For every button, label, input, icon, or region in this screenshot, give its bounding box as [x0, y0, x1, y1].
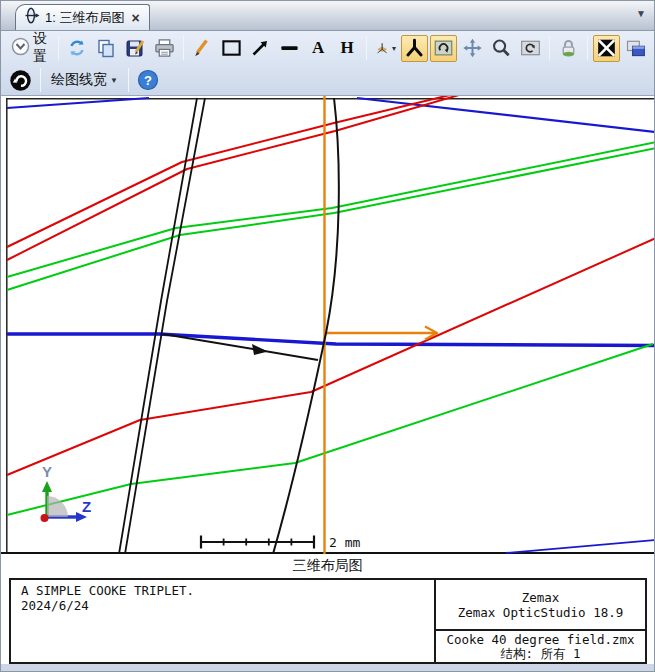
- undo-box-icon: [520, 37, 541, 59]
- copy-button[interactable]: [93, 35, 120, 62]
- help-glyph: ?: [144, 73, 152, 88]
- line-icon: [279, 38, 300, 58]
- refresh-button[interactable]: [64, 35, 91, 62]
- ray-red-lower: [7, 238, 655, 475]
- tab-close-icon[interactable]: ×: [129, 11, 141, 25]
- product-text: Zemax OpticStudio 18.9: [458, 605, 624, 620]
- line-width-caret-icon: ▼: [110, 76, 118, 85]
- line-width-label: 绘图线宽: [51, 71, 107, 89]
- info-file-cell: Cooke 40 degree field.zmx 结构: 所有 1: [436, 631, 645, 662]
- save-button[interactable]: [122, 35, 149, 62]
- help-button[interactable]: ?: [134, 67, 162, 94]
- tab-overflow-caret-icon[interactable]: ▼: [636, 8, 646, 19]
- ray-red-upper-2: [7, 96, 459, 260]
- separator: [549, 36, 550, 60]
- triad-quarter-disc: [47, 496, 68, 517]
- separator: [128, 68, 129, 92]
- config-text: 结构: 所有 1: [500, 647, 580, 661]
- draw-line-tool-button[interactable]: [189, 35, 216, 62]
- separator: [58, 36, 59, 60]
- lens1-surface-line-2: [125, 98, 205, 554]
- tab-title: 1: 三维布局图: [45, 9, 124, 27]
- toolbar: 设置: [1, 31, 654, 96]
- lens1-surface-line-1: [119, 98, 197, 554]
- pan-button[interactable]: [459, 35, 486, 62]
- triad-origin-dot: [41, 514, 49, 522]
- height-tool-icon: H: [341, 38, 354, 58]
- window-bottom-strip: [1, 664, 654, 672]
- fill-frame-button[interactable]: [593, 35, 620, 62]
- print-button[interactable]: [151, 35, 178, 62]
- triad-z-label: Z: [82, 498, 91, 515]
- separator: [183, 36, 184, 60]
- rotate-3d-button[interactable]: [401, 35, 428, 62]
- toolbar-row-2: 绘图线宽 ▼ ?: [1, 65, 654, 95]
- lens-layout-icon: [25, 7, 40, 28]
- axis-dropdown-caret-icon: ▾: [392, 44, 396, 53]
- settings-label: 设置: [33, 30, 48, 66]
- zoom-button[interactable]: [488, 35, 515, 62]
- draw-text-tool-button[interactable]: A: [305, 35, 332, 62]
- separator: [587, 36, 588, 60]
- info-panel: A SIMPLE COOKE TRIPLET. 2024/6/24 Zemax …: [9, 578, 647, 664]
- lens-title-text: A SIMPLE COOKE TRIPLET.: [21, 583, 424, 598]
- draw-arrow-tool-button[interactable]: [247, 35, 274, 62]
- text-tool-icon: A: [312, 38, 324, 58]
- copy-icon: [96, 38, 116, 58]
- new-window-button[interactable]: [622, 35, 649, 62]
- lens2-surface-curve: [273, 98, 339, 554]
- rotate-3d-icon: [404, 36, 425, 60]
- invert-circle-icon: [9, 69, 32, 92]
- ray-green-upper-1: [7, 142, 655, 277]
- info-left-cell: A SIMPLE COOKE TRIPLET. 2024/6/24: [11, 580, 436, 662]
- brand-text: Zemax: [522, 590, 560, 605]
- ray-blue-top-right: [357, 98, 655, 132]
- layout-svg[interactable]: 2 mmYZ: [1, 96, 655, 554]
- pan-icon: [462, 36, 483, 60]
- separator: [366, 36, 367, 60]
- lock-window-button[interactable]: [555, 35, 582, 62]
- refresh-icon: [67, 38, 87, 58]
- triad-y-label: Y: [42, 463, 52, 480]
- info-brand-cell: Zemax Zemax OpticStudio 18.9: [436, 580, 645, 631]
- measure-tool-button[interactable]: H: [334, 35, 361, 62]
- invert-background-button[interactable]: [6, 67, 35, 94]
- axis-3d-icon: [375, 38, 389, 58]
- black-arrow-head: [252, 344, 268, 355]
- rotate-view-button[interactable]: [430, 35, 457, 62]
- scale-bar-label: 2 mm: [329, 535, 360, 550]
- print-icon: [154, 38, 175, 58]
- arrow-icon: [250, 38, 270, 58]
- rectangle-icon: [221, 38, 242, 58]
- windows-icon: [625, 37, 646, 59]
- filename-text: Cooke 40 degree field.zmx: [446, 633, 634, 647]
- triad-y-arrowhead: [42, 481, 52, 492]
- save-icon: [125, 38, 146, 59]
- fit-window-icon: [596, 36, 617, 60]
- info-right-column: Zemax Zemax OpticStudio 18.9 Cooke 40 de…: [436, 580, 645, 662]
- ray-blue-axis: [7, 334, 655, 346]
- settings-button[interactable]: 设置: [6, 35, 53, 62]
- orientation-indicator-button[interactable]: ▾: [372, 35, 399, 62]
- draw-thick-line-tool-button[interactable]: [276, 35, 303, 62]
- tab-3d-layout[interactable]: 1: 三维布局图 ×: [15, 4, 150, 30]
- plot-caption: 三维布局图: [1, 554, 654, 578]
- ray-green-upper-2: [7, 148, 655, 290]
- pencil-icon: [192, 38, 212, 58]
- rotate-box-icon: [433, 37, 454, 59]
- layout-plot-area[interactable]: 2 mmYZ: [1, 96, 654, 554]
- ray-red-upper-1: [7, 96, 450, 247]
- lock-icon: [558, 36, 579, 60]
- toolbar-row-1: 设置: [1, 31, 654, 65]
- reset-view-button[interactable]: [517, 35, 544, 62]
- draw-rectangle-tool-button[interactable]: [218, 35, 245, 62]
- line-width-dropdown[interactable]: 绘图线宽 ▼: [46, 67, 123, 94]
- magnifier-icon: [491, 37, 512, 59]
- chevron-circle-icon: [11, 37, 30, 59]
- help-icon: ?: [137, 69, 159, 91]
- ray-blue-bottom-right: [506, 540, 655, 553]
- zemax-layout-window: 1: 三维布局图 × ▼ 设置: [0, 0, 655, 672]
- tab-strip: 1: 三维布局图 × ▼: [1, 1, 654, 31]
- ray-green-lower: [7, 344, 653, 515]
- separator: [40, 68, 41, 92]
